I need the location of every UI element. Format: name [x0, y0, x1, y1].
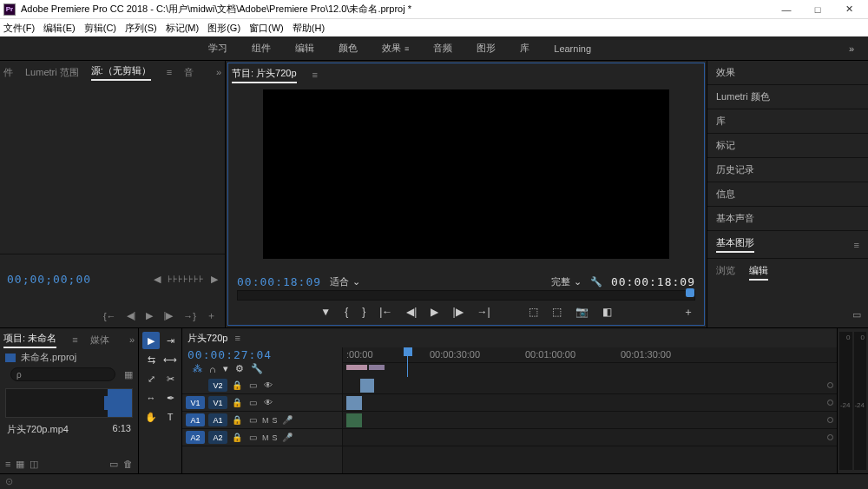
toggle-output-icon[interactable]: ▭	[247, 415, 259, 425]
track-select-tool[interactable]: ⇥	[161, 332, 179, 349]
program-tc-in[interactable]: 00:00:18:09	[237, 275, 321, 288]
marker-icon[interactable]: ▼	[320, 306, 331, 318]
menu-marker[interactable]: 标记(M)	[166, 22, 200, 35]
trash-icon[interactable]: 🗑	[123, 459, 133, 470]
extract-icon[interactable]: ⬚	[552, 306, 562, 318]
lock-icon[interactable]: 🔒	[231, 398, 243, 407]
lift-icon[interactable]: ⬚	[529, 306, 538, 318]
audio-clip[interactable]	[346, 413, 362, 427]
new-bin-icon[interactable]: ▭	[109, 459, 118, 470]
program-monitor-canvas[interactable]	[263, 89, 669, 259]
panel-essential-graphics[interactable]: 基本图形≡	[707, 231, 868, 259]
slip-tool[interactable]: ↔	[142, 389, 160, 406]
settings-wrench-icon[interactable]: 🔧	[590, 276, 602, 287]
add-button-icon[interactable]: ＋	[207, 309, 216, 322]
mute-button[interactable]: M	[262, 433, 269, 442]
program-scrubber[interactable]	[237, 290, 695, 301]
tab-item[interactable]: 件	[3, 66, 13, 79]
prev-frame-icon[interactable]: ◀|	[127, 310, 136, 321]
clip-thumbnail[interactable]	[5, 388, 133, 418]
video-clip[interactable]	[346, 396, 362, 410]
settings-icon[interactable]: ⚙	[235, 363, 244, 374]
panel-overflow-button[interactable]: »	[129, 334, 135, 345]
step-fwd-icon[interactable]: |▶	[452, 306, 463, 318]
list-view-icon[interactable]: ▦	[124, 369, 133, 380]
menu-help[interactable]: 帮助(H)	[293, 22, 325, 35]
menu-file[interactable]: 文件(F)	[3, 22, 35, 35]
next-frame-icon[interactable]: |▶	[163, 310, 173, 321]
wrench-icon[interactable]: 🔧	[251, 363, 263, 374]
tab-lumetri-scopes[interactable]: Lumetri 范围	[25, 66, 79, 79]
ws-graphics[interactable]: 图形	[477, 42, 496, 55]
track-a2[interactable]: A2 A2 🔒 ▭ M S 🎤	[182, 429, 342, 446]
zoom-fit-dropdown[interactable]: 适合⌄	[330, 275, 360, 288]
ws-assembly[interactable]: 组件	[252, 42, 271, 55]
snap-icon[interactable]: ⁂	[193, 363, 202, 374]
playhead-handle[interactable]	[686, 288, 694, 297]
panel-menu-icon[interactable]: ≡	[312, 69, 318, 80]
ws-learn[interactable]: 学习	[208, 42, 227, 55]
solo-button[interactable]: S	[273, 416, 278, 425]
tab-program[interactable]: 节目: 片头720p	[232, 67, 297, 83]
export-frame-icon[interactable]: 📷	[575, 306, 589, 318]
panel-menu-icon[interactable]: ≡	[167, 67, 172, 77]
menu-sequence[interactable]: 序列(S)	[125, 22, 157, 35]
ripple-edit-tool[interactable]: ⇆	[142, 351, 160, 368]
selection-tool[interactable]: ▶	[142, 332, 160, 349]
minimize-button[interactable]: —	[771, 1, 802, 18]
quality-dropdown[interactable]: 完整⌄	[551, 275, 582, 288]
play-icon[interactable]: ▶	[146, 310, 153, 321]
menu-graphics[interactable]: 图形(G)	[207, 22, 240, 35]
panel-info[interactable]: 信息	[707, 182, 868, 207]
ws-learning[interactable]: Learning	[554, 43, 591, 54]
menu-edit[interactable]: 编辑(E)	[43, 22, 76, 35]
toggle-output-icon[interactable]: ▭	[247, 433, 259, 442]
ws-effects[interactable]: 效果≡	[382, 42, 409, 55]
panel-menu-icon[interactable]: ≡	[72, 334, 77, 345]
panel-essential-sound[interactable]: 基本声音	[707, 207, 868, 231]
maximize-button[interactable]: □	[802, 1, 833, 18]
voice-over-icon[interactable]: 🎤	[281, 433, 293, 442]
marker-add-icon[interactable]: ▾	[223, 363, 228, 374]
mark-out-icon[interactable]: →}	[183, 311, 196, 321]
mute-button[interactable]: M	[262, 416, 269, 425]
type-tool[interactable]: T	[161, 408, 179, 426]
freeform-view-icon[interactable]: ◫	[30, 459, 38, 470]
tab-project[interactable]: 项目: 未命名	[3, 332, 56, 348]
playhead[interactable]	[404, 347, 412, 356]
play-icon[interactable]: ▶	[431, 306, 438, 318]
menu-clip[interactable]: 剪辑(C)	[84, 22, 116, 35]
folder-icon[interactable]	[5, 354, 16, 362]
timeline-timecode[interactable]: 00:00:27:04	[187, 348, 337, 361]
panel-history[interactable]: 历史记录	[707, 158, 868, 182]
close-button[interactable]: ✕	[833, 1, 865, 18]
list-view-icon[interactable]: ≡	[5, 459, 10, 470]
ws-overflow-button[interactable]: »	[849, 43, 854, 54]
goto-out-icon[interactable]: →|	[477, 306, 490, 318]
rate-stretch-tool[interactable]: ⤢	[142, 370, 160, 387]
panel-lumetri-color[interactable]: Lumetri 颜色	[707, 85, 868, 109]
step-back-icon[interactable]: ◀|	[406, 306, 417, 318]
new-layer-icon[interactable]: ▭	[852, 309, 861, 320]
track-knob[interactable]	[827, 400, 833, 406]
panel-menu-icon[interactable]: ≡	[854, 240, 859, 250]
out-icon[interactable]: }	[362, 306, 365, 318]
step-back-icon[interactable]: ◀	[154, 274, 161, 285]
toggle-output-icon[interactable]: ▭	[247, 398, 259, 407]
eye-icon[interactable]: 👁	[262, 380, 274, 390]
step-fwd-icon[interactable]: ▶	[211, 274, 218, 285]
linked-selection-icon[interactable]: ∩	[209, 364, 216, 374]
search-input[interactable]: ρ	[10, 367, 115, 381]
toggle-output-icon[interactable]: ▭	[247, 380, 259, 390]
track-knob[interactable]	[827, 382, 833, 388]
panel-overflow-button[interactable]: »	[216, 67, 221, 77]
timeline-clips-area[interactable]	[342, 377, 837, 473]
panel-libraries[interactable]: 库	[707, 109, 868, 134]
ws-editing[interactable]: 编辑	[295, 42, 314, 55]
subtab-browse[interactable]: 浏览	[716, 264, 735, 281]
program-tc-out[interactable]: 00:00:18:09	[611, 275, 695, 288]
track-knob[interactable]	[827, 434, 833, 440]
in-icon[interactable]: {	[345, 306, 348, 318]
track-v1[interactable]: V1 V1 🔒 ▭ 👁	[182, 394, 342, 412]
voice-over-icon[interactable]: 🎤	[281, 415, 293, 425]
